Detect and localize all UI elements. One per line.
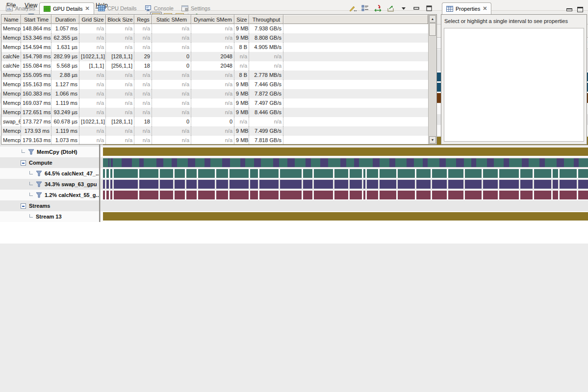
compute-interval[interactable] — [407, 158, 414, 167]
kernel-interval[interactable] — [250, 180, 258, 189]
column-header-block-size[interactable]: Block Size — [106, 15, 134, 24]
kernel-interval[interactable] — [448, 191, 463, 199]
kernel-interval[interactable] — [520, 169, 533, 178]
scroll-up-icon[interactable]: ▲ — [429, 15, 436, 23]
kernel-interval[interactable] — [114, 169, 138, 178]
column-header-size[interactable]: Size — [234, 15, 249, 24]
column-header-duration[interactable]: Duration — [51, 15, 79, 24]
kernel-interval[interactable] — [367, 191, 378, 199]
compute-interval[interactable] — [446, 158, 456, 167]
kernel-interval[interactable] — [432, 180, 447, 189]
table-row[interactable]: Memcp160.383 ms1.066 msn/an/an/an/an/a9 … — [1, 89, 428, 98]
kernel-interval[interactable] — [416, 180, 431, 189]
kernel-interval[interactable] — [186, 191, 197, 199]
collapse-toggle-icon[interactable] — [21, 160, 26, 166]
kernel-interval[interactable] — [314, 191, 333, 199]
table-row[interactable]: Memcp173.93 ms1.119 msn/an/an/an/an/a9 M… — [1, 126, 428, 136]
tree-item-34-3-swap-63-gpu[interactable]: 34.3% swap_63_gpu — [0, 179, 100, 190]
compute-interval[interactable] — [273, 158, 279, 167]
tab-analysis[interactable]: Analysis — [2, 2, 39, 14]
kernel-interval[interactable] — [230, 191, 249, 199]
compute-interval[interactable] — [210, 158, 222, 167]
kernel-interval[interactable] — [230, 169, 249, 178]
kernel-interval[interactable] — [106, 169, 109, 178]
compute-interval[interactable] — [509, 158, 522, 167]
kernel-interval[interactable] — [578, 191, 588, 199]
kernel-interval[interactable] — [578, 180, 588, 189]
table-row[interactable]: Memcp155.163 ms1.127 msn/an/an/an/an/a9 … — [1, 80, 428, 89]
minimize-button[interactable] — [412, 4, 420, 12]
compute-interval[interactable] — [428, 158, 439, 167]
table-row[interactable]: swap_6173.727 ms60.678 µs[1022,1,1][128,… — [1, 117, 428, 126]
compute-interval[interactable] — [245, 158, 254, 167]
kernel-interval[interactable] — [465, 169, 482, 178]
kernel-interval[interactable] — [216, 191, 229, 199]
kernel-interval[interactable] — [465, 191, 482, 199]
kernel-interval[interactable] — [499, 191, 519, 199]
kernel-interval[interactable] — [139, 180, 159, 189]
compute-interval[interactable] — [172, 158, 177, 167]
kernel-interval[interactable] — [416, 191, 431, 199]
kernel-interval[interactable] — [448, 169, 463, 178]
table-row[interactable]: Memcp179.163 ms1.073 msn/an/an/an/an/a9 … — [1, 136, 428, 144]
tree-item-streams[interactable]: Streams — [0, 200, 100, 211]
kernel-interval[interactable] — [314, 180, 333, 189]
tree-item-1-2-calcnext-55-g[interactable]: 1.2% calcNext_55_g... — [0, 190, 100, 200]
compute-interval[interactable] — [205, 158, 210, 167]
kernel-interval[interactable] — [160, 180, 173, 189]
compute-interval[interactable] — [177, 158, 188, 167]
kernel-interval[interactable] — [103, 169, 105, 178]
kernel-interval[interactable] — [175, 191, 185, 199]
kernel-interval[interactable] — [280, 180, 302, 189]
kernel-interval[interactable] — [560, 191, 577, 199]
kernel-interval[interactable] — [303, 180, 313, 189]
kernel-interval[interactable] — [250, 169, 258, 178]
compute-interval[interactable] — [132, 158, 139, 167]
compute-interval[interactable] — [195, 158, 205, 167]
table-row[interactable]: calcNe155.084 ms5.568 µs[1,1,1][256,1,1]… — [1, 61, 428, 71]
compute-interval[interactable] — [113, 158, 122, 167]
tab-close-icon[interactable]: ✕ — [85, 5, 90, 12]
kernel-interval[interactable] — [259, 191, 279, 199]
filter-funnel-icon[interactable] — [36, 192, 42, 198]
table-row[interactable]: Memcp148.864 ms1.057 msn/an/an/an/an/a9 … — [1, 24, 428, 33]
maximize-button[interactable] — [425, 4, 433, 12]
compute-interval[interactable] — [494, 158, 504, 167]
tree-item-64-5-calcnext-47[interactable]: 64.5% calcNext_47_... — [0, 168, 100, 179]
compute-interval[interactable] — [346, 158, 354, 167]
kernel-interval[interactable] — [106, 180, 109, 189]
table-row[interactable]: Memcp155.095 ms2.88 µsn/an/an/an/an/a8 B… — [1, 71, 428, 80]
view-menu-button[interactable] — [400, 4, 408, 12]
compute-interval[interactable] — [579, 158, 588, 167]
kernel-interval[interactable] — [139, 191, 159, 199]
compute-interval[interactable] — [340, 158, 347, 167]
compute-interval[interactable] — [240, 158, 245, 167]
kernel-interval[interactable] — [303, 191, 313, 199]
kernel-interval[interactable] — [534, 180, 552, 189]
column-header-throughput[interactable]: Throughput — [249, 15, 283, 24]
kernel-interval[interactable] — [350, 180, 362, 189]
table-row[interactable]: Memcp169.037 ms1.119 msn/an/an/an/an/a9 … — [1, 98, 428, 108]
compute-interval[interactable] — [254, 158, 261, 167]
collapse-toggle-icon[interactable] — [21, 203, 26, 209]
kernel-interval[interactable] — [465, 180, 482, 189]
compute-interval[interactable] — [122, 158, 132, 167]
compute-interval[interactable] — [574, 158, 579, 167]
kernel-interval[interactable] — [259, 169, 279, 178]
kernel-interval[interactable] — [380, 169, 397, 178]
filter-funnel-icon[interactable] — [28, 149, 34, 155]
kernel-interval[interactable] — [103, 180, 105, 189]
kernel-interval[interactable] — [560, 180, 577, 189]
kernel-interval[interactable] — [534, 169, 552, 178]
kernel-interval[interactable] — [110, 191, 112, 199]
minimize-properties-icon[interactable] — [566, 8, 572, 11]
compute-interval[interactable] — [439, 158, 446, 167]
kernel-interval[interactable] — [103, 191, 105, 199]
kernel-interval[interactable] — [114, 191, 138, 199]
compute-interval[interactable] — [306, 158, 311, 167]
compute-interval[interactable] — [487, 158, 494, 167]
compute-interval[interactable] — [163, 158, 172, 167]
tab-console[interactable]: Console — [141, 2, 178, 14]
compute-interval[interactable] — [414, 158, 423, 167]
compute-interval[interactable] — [139, 158, 144, 167]
